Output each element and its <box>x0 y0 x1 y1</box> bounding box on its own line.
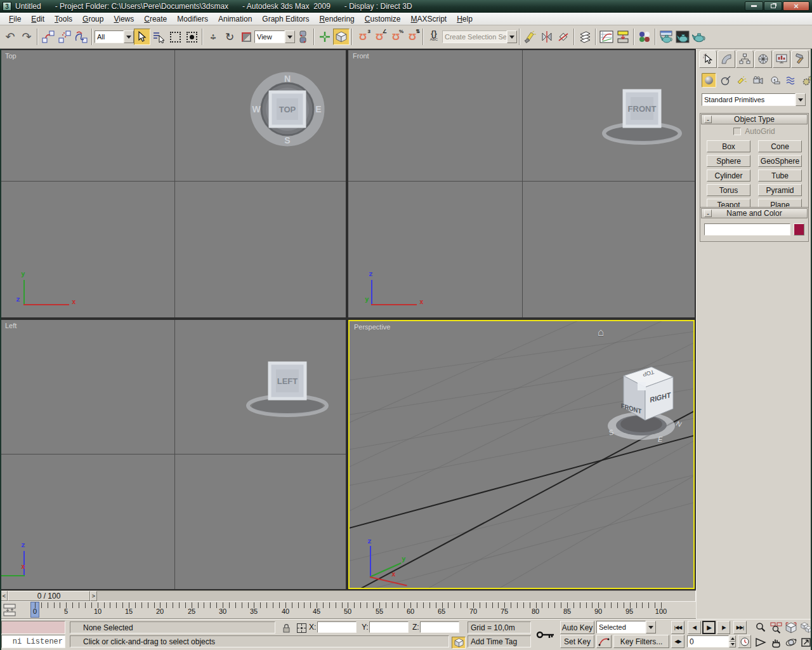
object-type-rollout-header[interactable]: - Object Type <box>701 114 808 124</box>
quick-align-icon[interactable] <box>555 29 572 45</box>
viewport-perspective-label[interactable]: Perspective <box>354 323 390 331</box>
box-button[interactable]: Box <box>707 140 750 152</box>
close-button[interactable]: × <box>783 1 809 11</box>
x-coord-input[interactable] <box>317 621 357 633</box>
object-color-swatch[interactable] <box>794 223 804 235</box>
rollout-collapse-icon[interactable]: - <box>704 209 712 217</box>
subtab-shapes[interactable] <box>718 73 733 88</box>
viewport-top-label[interactable]: Top <box>5 52 16 60</box>
select-and-move-icon[interactable]: ↔↕ <box>205 29 221 45</box>
maxscript-listener-pink-field[interactable] <box>1 621 65 634</box>
cylinder-button[interactable]: Cylinder <box>707 169 750 182</box>
go-to-start-button[interactable]: |◀◀ <box>671 621 684 634</box>
viewcube-home-icon[interactable]: ⌂ <box>598 326 604 339</box>
viewport-front[interactable]: Front FRONT z x y <box>348 50 695 317</box>
bind-to-space-warp-icon[interactable] <box>73 29 89 45</box>
subtab-lights[interactable] <box>735 73 749 88</box>
time-slider-prev-arrow[interactable]: < <box>1 591 8 601</box>
object-name-input[interactable] <box>704 223 790 235</box>
default-tangent-icon[interactable] <box>596 635 612 648</box>
select-and-scale-icon[interactable] <box>238 29 254 45</box>
z-coord-input[interactable] <box>420 621 459 633</box>
go-to-end-button[interactable]: ▶▶| <box>733 621 747 634</box>
spinner-snap-icon[interactable]: Ω⇅ <box>404 29 421 45</box>
reference-coordinate-combo[interactable]: View <box>254 30 295 43</box>
adaptive-degradation-icon[interactable] <box>452 637 466 649</box>
minimize-button[interactable] <box>745 1 763 11</box>
viewport-perspective[interactable]: Perspective ⌂ S E N <box>348 320 695 589</box>
subtab-geometry[interactable] <box>702 73 716 88</box>
mirror-icon[interactable] <box>522 29 539 45</box>
tab-display[interactable] <box>773 50 790 68</box>
restore-button[interactable] <box>764 1 782 11</box>
selection-lock-icon[interactable] <box>279 621 293 635</box>
unlink-selection-icon[interactable] <box>56 29 73 45</box>
zoom-icon[interactable] <box>754 621 768 635</box>
layer-manager-icon[interactable] <box>577 29 593 45</box>
snap-3d-icon[interactable]: Ω3 <box>355 29 371 45</box>
curve-editor-icon[interactable] <box>598 29 615 45</box>
named-selection-sets-arrow[interactable] <box>507 30 517 43</box>
menu-graph-editors[interactable]: Graph Editors <box>257 13 314 25</box>
subtab-space-warps[interactable] <box>784 73 799 88</box>
time-configuration-button[interactable] <box>738 635 751 648</box>
rectangular-selection-region-icon[interactable] <box>167 29 183 45</box>
pyramid-button[interactable]: Pyramid <box>758 184 802 196</box>
subtab-cameras[interactable] <box>751 73 766 88</box>
name-color-rollout-header[interactable]: - Name and Color <box>701 208 808 218</box>
rendered-frame-window-icon[interactable] <box>674 29 691 45</box>
align-icon[interactable] <box>539 29 555 45</box>
tube-button[interactable]: Tube <box>758 169 802 182</box>
viewport-left[interactable]: Left LEFT z x <box>1 320 346 589</box>
cone-button[interactable]: Cone <box>758 140 802 152</box>
menu-modifiers[interactable]: Modifiers <box>172 13 213 25</box>
torus-button[interactable]: Torus <box>707 184 750 196</box>
play-button[interactable]: ▶ <box>702 621 716 634</box>
select-by-name-icon[interactable] <box>150 29 167 45</box>
tab-create[interactable] <box>699 50 717 68</box>
key-mode-toggle[interactable]: ◀▶ <box>671 635 684 648</box>
arc-rotate-icon[interactable] <box>784 635 798 649</box>
viewcube-top[interactable]: TOP N E S W <box>250 72 325 147</box>
menu-group[interactable]: Group <box>77 13 108 25</box>
tab-utilities[interactable] <box>791 50 809 68</box>
select-and-rotate-icon[interactable]: ↻ <box>221 29 238 45</box>
track-bar[interactable]: 0 5 10 15 20 25 30 35 40 45 50 55 60 65 … <box>0 602 696 619</box>
selection-filter-combo[interactable]: All <box>95 30 134 43</box>
menu-animation[interactable]: Animation <box>213 13 257 25</box>
zoom-all-icon[interactable] <box>769 621 783 635</box>
maxscript-listener-white-field[interactable]: ni Listener <box>1 635 65 648</box>
viewport-front-label[interactable]: Front <box>353 52 369 60</box>
reference-coordinate-arrow[interactable] <box>285 30 295 43</box>
rollout-collapse-icon[interactable]: - <box>704 116 712 123</box>
named-selection-sets-combo[interactable]: Create Selection Set <box>442 30 517 43</box>
tab-hierarchy[interactable] <box>736 50 754 68</box>
edit-named-selection-sets-icon[interactable]: {}ABC <box>426 29 442 45</box>
zoom-extents-icon[interactable] <box>784 621 798 635</box>
title-bar[interactable]: 3 Untitled - Project Folder: C:\Users\Pe… <box>0 0 812 13</box>
menu-edit[interactable]: Edit <box>26 13 49 25</box>
schematic-view-icon[interactable] <box>615 29 631 45</box>
selection-filter-arrow[interactable] <box>124 30 134 43</box>
sphere-button[interactable]: Sphere <box>707 155 750 167</box>
key-selection-combo[interactable]: Selected <box>596 621 656 633</box>
use-pivot-center-icon[interactable] <box>295 29 311 45</box>
subtab-helpers[interactable] <box>768 73 782 88</box>
menu-customize[interactable]: Customize <box>360 13 406 25</box>
maximize-viewport-toggle-icon[interactable] <box>799 635 812 649</box>
select-and-link-icon[interactable] <box>40 29 56 45</box>
time-slider[interactable]: 0 / 100 <box>8 591 90 601</box>
menu-views[interactable]: Views <box>108 13 139 25</box>
material-editor-icon[interactable] <box>636 29 653 45</box>
menu-maxscript[interactable]: MAXScript <box>406 13 452 25</box>
add-time-tag[interactable]: Add Time Tag <box>468 635 531 647</box>
window-crossing-icon[interactable] <box>183 29 200 45</box>
y-coord-input[interactable] <box>369 621 409 633</box>
viewcube-front[interactable]: FRONT <box>599 86 684 145</box>
zoom-extents-all-icon[interactable] <box>799 621 812 635</box>
select-and-manipulate-icon[interactable] <box>317 29 333 45</box>
render-setup-icon[interactable] <box>658 29 674 45</box>
auto-key-button[interactable]: Auto Key <box>560 621 594 634</box>
geosphere-button[interactable]: GeoSphere <box>758 155 802 167</box>
absolute-mode-typein-icon[interactable] <box>294 621 308 635</box>
